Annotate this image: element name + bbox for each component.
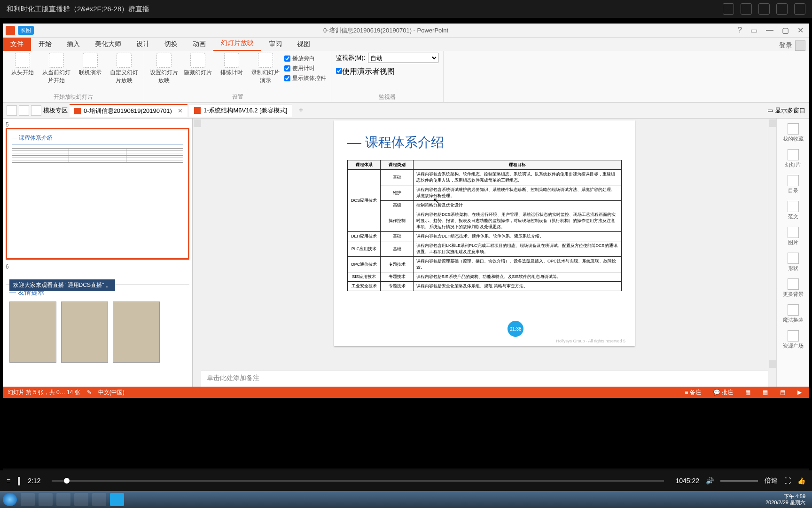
tab-transition[interactable]: 切换: [157, 38, 185, 51]
slide-number: 5: [6, 121, 189, 128]
slide-thumbnail-5[interactable]: — 课程体系介绍: [6, 128, 189, 260]
close-button[interactable]: ✕: [797, 26, 804, 35]
fold-icon[interactable]: ≡: [7, 477, 10, 484]
player-minimize-icon[interactable]: [758, 3, 770, 15]
chk-presenter-view[interactable]: 使用演示者视图: [336, 67, 395, 77]
view-slideshow-icon[interactable]: ▶: [795, 389, 804, 396]
minimize-button[interactable]: —: [766, 26, 773, 35]
player-close-icon[interactable]: [794, 3, 805, 15]
pause-button[interactable]: ‖: [17, 476, 21, 486]
maximize-button[interactable]: ▢: [782, 26, 789, 35]
home-icon[interactable]: [31, 105, 41, 116]
player-maximize-icon[interactable]: [776, 3, 788, 15]
comments-toggle[interactable]: 💬 批注: [710, 389, 736, 397]
ppt-file-icon: [194, 107, 201, 114]
progress-knob[interactable]: [64, 478, 70, 484]
sign-in[interactable]: 登录: [779, 40, 809, 51]
speed-button[interactable]: 倍速: [765, 476, 778, 485]
language-indicator[interactable]: 中文(中国): [98, 389, 125, 397]
slide-thumbnail-6[interactable]: — 友情提示: [6, 284, 189, 366]
doc-tab-1[interactable]: 0-培训信息20190619(20190701) ✕: [70, 104, 187, 117]
scroll-down-icon[interactable]: [769, 360, 776, 368]
tab-view[interactable]: 视图: [289, 38, 318, 51]
side-favorites[interactable]: 我的收藏: [783, 123, 804, 143]
ribbon: 从头开始 从当前幻灯片开始 联机演示 自定义幻灯片放映 开始放映幻灯片 设置幻灯…: [3, 51, 809, 103]
btn-present-online[interactable]: 联机演示: [75, 53, 105, 77]
ribbon-tabs: 文件 开始 插入 美化大师 设计 切换 动画 幻灯片放映 审阅 视图 登录: [3, 38, 809, 51]
heart-icon: [788, 123, 799, 135]
chk-use-timings[interactable]: 使用计时: [284, 64, 326, 72]
view-reading-icon[interactable]: ▤: [777, 389, 788, 396]
side-sample[interactable]: 范文: [788, 201, 799, 220]
tab-file[interactable]: 文件: [3, 38, 31, 51]
thumbnail-pane[interactable]: 5 — 课程体系介绍 6 — 友情提示: [3, 119, 193, 387]
new-file-icon[interactable]: [7, 105, 17, 116]
tab-insert[interactable]: 插入: [59, 38, 87, 51]
multi-window-toggle[interactable]: ▭ 显示多窗口: [767, 106, 805, 115]
tab-slideshow[interactable]: 幻灯片放映: [213, 37, 261, 51]
btn-custom-show[interactable]: 自定义幻灯片放映: [109, 53, 139, 85]
ppt-logo-icon: [6, 26, 15, 35]
side-slides[interactable]: 幻灯片: [785, 149, 801, 168]
image-icon: [788, 227, 799, 238]
btn-from-beginning[interactable]: 从头开始: [8, 53, 38, 77]
screen-share-region: 长图 0-培训信息20190619(20190701) - PowerPoint…: [3, 24, 809, 487]
open-folder-icon[interactable]: [19, 105, 29, 116]
help-button[interactable]: ?: [738, 26, 742, 35]
btn-from-current[interactable]: 从当前幻灯片开始: [41, 53, 71, 85]
notes-toggle[interactable]: ≡ 备注: [682, 389, 703, 397]
slide-canvas: 课程体系介绍 课程体系课程类别课程目标 DCS应用技术基础课程内容包含系统架构、…: [193, 119, 776, 387]
ribbon-display-button[interactable]: ▭: [750, 26, 757, 35]
ppt-document-title: 0-培训信息20190619(20190701) - PowerPoint: [34, 26, 738, 35]
current-slide[interactable]: 课程体系介绍 课程体系课程类别课程目标 DCS应用技术基础课程内容包含系统架构、…: [334, 120, 635, 346]
explorer-icon[interactable]: [21, 493, 35, 506]
view-sorter-icon[interactable]: ▦: [760, 389, 771, 396]
outer-system-tray[interactable]: 下午 4:59 2020/2/29 星期六: [765, 493, 809, 506]
btn-record-show[interactable]: 录制幻灯片演示: [250, 53, 281, 85]
doc-tab-2[interactable]: 1-系统结构M6V16.2 [兼容模式]: [189, 104, 292, 117]
side-shapes[interactable]: 形状: [788, 253, 799, 272]
close-tab-icon[interactable]: ✕: [178, 107, 183, 114]
tab-design[interactable]: 设计: [129, 38, 157, 51]
scrollbar-right[interactable]: [768, 119, 776, 387]
add-tab-button[interactable]: +: [294, 105, 308, 115]
like-icon[interactable]: 👍: [797, 477, 805, 484]
player-window-icon[interactable]: [741, 3, 752, 15]
btn-setup-show[interactable]: 设置幻灯片放映: [149, 53, 179, 85]
view-normal-icon[interactable]: ▦: [742, 389, 753, 396]
start-orb-icon[interactable]: [3, 493, 17, 506]
group-label: 设置: [149, 92, 326, 101]
tab-anim[interactable]: 动画: [185, 38, 213, 51]
volume-slider[interactable]: [720, 480, 758, 482]
volume-icon[interactable]: 🔊: [706, 477, 714, 484]
spell-check-icon[interactable]: ✎: [87, 389, 92, 396]
tab-review[interactable]: 审阅: [261, 38, 289, 51]
template-link[interactable]: 模板专区: [43, 106, 68, 115]
fullscreen-icon[interactable]: ⛶: [784, 477, 791, 484]
media-player-icon[interactable]: [56, 493, 70, 506]
side-toc[interactable]: 目录: [788, 175, 799, 194]
side-magic[interactable]: 魔法换装: [783, 304, 804, 324]
tab-start[interactable]: 开始: [31, 38, 59, 51]
scroll-up-icon[interactable]: [769, 119, 776, 127]
tab-beauty[interactable]: 美化大师: [87, 38, 129, 51]
foxit-icon[interactable]: [92, 493, 106, 506]
photo: [113, 302, 160, 363]
chk-play-narration[interactable]: 播放旁白: [284, 55, 326, 63]
btn-hide-slide[interactable]: 隐藏幻灯片: [183, 53, 213, 77]
doc-icon: [788, 201, 799, 212]
side-background[interactable]: 更换背景: [783, 278, 804, 298]
scroll-up-icon[interactable]: [194, 119, 201, 127]
ie-icon[interactable]: [39, 493, 53, 506]
btn-rehearse[interactable]: 排练计时: [217, 53, 247, 77]
monitor-select[interactable]: 自动: [368, 53, 438, 63]
app-icon[interactable]: [110, 493, 124, 506]
chrome-icon[interactable]: [74, 493, 88, 506]
progress-bar[interactable]: [52, 480, 664, 482]
notes-pane[interactable]: 单击此处添加备注: [201, 371, 768, 387]
chk-media-controls[interactable]: 显示媒体控件: [284, 74, 326, 82]
side-images[interactable]: 图片: [788, 227, 799, 246]
scrollbar-left[interactable]: [193, 119, 201, 387]
player-window-icon[interactable]: [723, 3, 734, 15]
side-resources[interactable]: 资源广场: [783, 330, 804, 349]
